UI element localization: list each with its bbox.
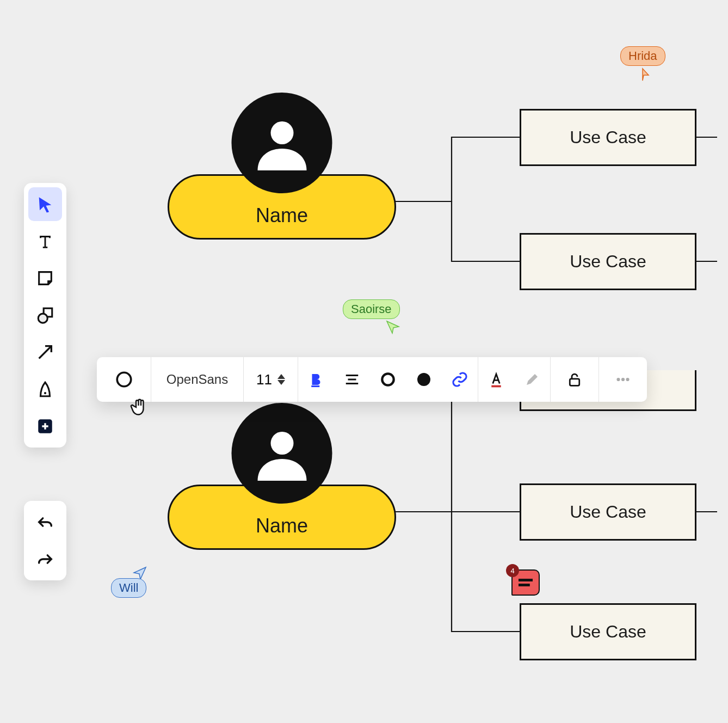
- collaborator-cursor-will: Will: [111, 566, 147, 598]
- arrow-icon: [36, 343, 54, 362]
- cursor-label-text: Saoirse: [351, 302, 392, 316]
- circle-outline-icon: [115, 370, 133, 389]
- cursor-icon: [36, 195, 54, 213]
- redo-icon: [36, 550, 54, 568]
- unlock-icon: [566, 371, 583, 388]
- usecase-label: Use Case: [570, 502, 646, 522]
- svg-point-21: [626, 378, 629, 381]
- font-size-stepper[interactable]: 11: [244, 357, 298, 402]
- usecase-box[interactable]: Use Case: [520, 483, 696, 541]
- actor-avatar-icon: [232, 93, 332, 193]
- chevron-up-icon[interactable]: [277, 374, 285, 379]
- shapes-icon: [36, 306, 54, 324]
- comment-count-badge: 4: [506, 564, 519, 577]
- usecase-label: Use Case: [570, 127, 646, 148]
- shape-picker-button[interactable]: [106, 357, 142, 402]
- align-button[interactable]: [334, 357, 370, 402]
- collaborator-cursor-saoirse: Saoirse: [343, 299, 400, 334]
- svg-point-19: [616, 378, 620, 381]
- svg-rect-18: [570, 379, 579, 386]
- usecase-box[interactable]: Use Case: [520, 603, 696, 660]
- text-icon: [36, 232, 54, 250]
- actor-label: Name: [256, 514, 308, 537]
- actor-shape[interactable]: Name: [168, 93, 396, 240]
- cursor-label-text: Hrida: [628, 49, 657, 63]
- pen-icon: [36, 380, 54, 399]
- usecase-box[interactable]: Use Case: [520, 109, 696, 166]
- fill-color-button[interactable]: [406, 357, 442, 402]
- undo-icon: [36, 513, 54, 531]
- comment-lines-icon: [519, 579, 533, 586]
- svg-point-16: [417, 373, 430, 386]
- link-icon: [451, 371, 468, 388]
- select-tool-button[interactable]: [28, 187, 62, 221]
- toolbox: [24, 183, 66, 448]
- usecase-label: Use Case: [570, 622, 646, 642]
- shape-tool-button[interactable]: [28, 298, 62, 332]
- text-tool-button[interactable]: [28, 224, 62, 258]
- svg-point-15: [382, 373, 393, 385]
- svg-point-8: [44, 392, 46, 394]
- text-color-icon: [488, 371, 504, 388]
- sticky-note-icon: [36, 269, 54, 287]
- canvas[interactable]: Use Case Use Case Use Case Use Case Use …: [11, 11, 717, 712]
- hand-cursor-icon: [129, 397, 149, 419]
- more-options-button[interactable]: [599, 357, 647, 402]
- history-toolbox: [24, 501, 66, 580]
- chevron-down-icon[interactable]: [277, 380, 285, 385]
- plus-square-icon: [36, 417, 54, 436]
- sticky-note-tool-button[interactable]: [28, 261, 62, 295]
- font-size-value: 11: [256, 371, 272, 388]
- edit-button[interactable]: [514, 357, 550, 402]
- pencil-icon: [524, 371, 540, 388]
- actor-shape[interactable]: Name: [168, 403, 396, 550]
- svg-point-6: [38, 314, 47, 323]
- svg-point-20: [621, 378, 625, 381]
- cursor-label-text: Will: [119, 581, 138, 595]
- comment-count: 4: [510, 567, 514, 575]
- svg-line-7: [39, 347, 51, 358]
- usecase-label: Use Case: [570, 252, 646, 272]
- bold-icon: [308, 371, 324, 388]
- cursor-label: Will: [111, 578, 146, 598]
- arrow-tool-button[interactable]: [28, 335, 62, 369]
- circle-outline-icon: [379, 371, 397, 388]
- pen-tool-button[interactable]: [28, 372, 62, 406]
- font-family-select[interactable]: OpenSans: [151, 357, 244, 402]
- actor-label: Name: [256, 204, 308, 227]
- cursor-pointer-icon: [386, 320, 400, 334]
- bold-button[interactable]: [298, 357, 334, 402]
- actor-avatar-icon: [232, 403, 332, 504]
- svg-point-3: [270, 121, 293, 144]
- redo-button[interactable]: [28, 542, 62, 576]
- svg-point-4: [270, 432, 293, 455]
- link-button[interactable]: [442, 357, 478, 402]
- format-toolbar: OpenSans 11: [97, 357, 647, 402]
- cursor-label: Hrida: [620, 46, 665, 66]
- comment-indicator[interactable]: 4: [511, 569, 540, 596]
- add-tool-button[interactable]: [28, 409, 62, 443]
- cursor-pointer-icon: [636, 68, 650, 82]
- circle-filled-icon: [415, 371, 433, 388]
- undo-button[interactable]: [28, 505, 62, 539]
- usecase-box[interactable]: Use Case: [520, 233, 696, 290]
- font-family-label: OpenSans: [166, 372, 228, 387]
- stepper-arrows[interactable]: [277, 374, 285, 385]
- collaborator-cursor-hrida: Hrida: [620, 46, 665, 82]
- stroke-color-button[interactable]: [370, 357, 406, 402]
- lock-button[interactable]: [551, 357, 599, 402]
- ellipsis-icon: [614, 370, 632, 389]
- cursor-label: Saoirse: [343, 299, 400, 319]
- svg-point-10: [117, 372, 131, 387]
- align-center-icon: [344, 371, 360, 388]
- text-color-button[interactable]: [478, 357, 514, 402]
